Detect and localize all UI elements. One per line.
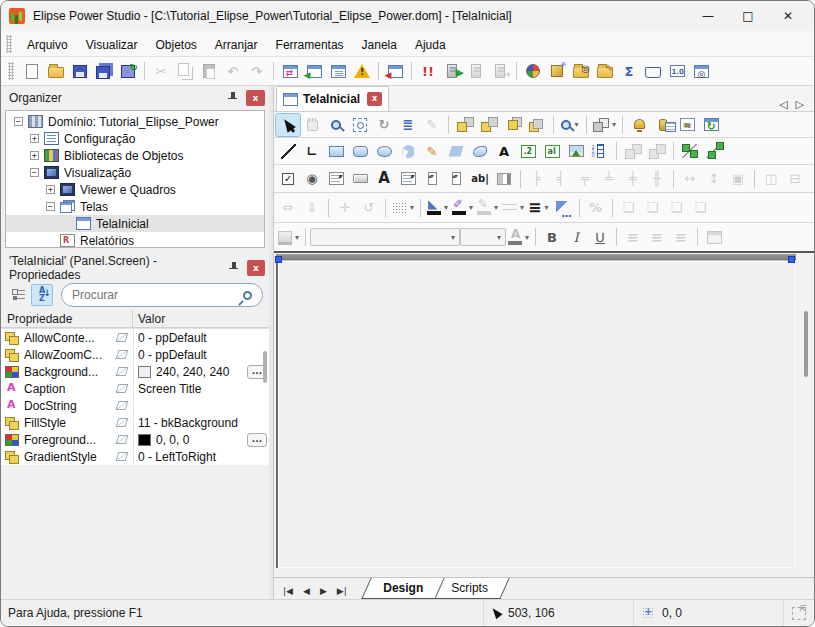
save[interactable] [68,60,92,82]
expand-icon[interactable]: + [46,185,55,194]
group-objects-dropdown-icon[interactable]: ▾ [612,120,616,129]
tree-item-bibliotecasdeobjetos[interactable]: +Bibliotecas de Objetos [6,147,264,164]
organizer-pin-icon[interactable] [224,90,242,106]
send-backward[interactable] [525,114,549,136]
menu-ajuda[interactable]: Ajuda [406,35,455,55]
insert-splitter[interactable] [492,168,516,190]
maximize-button[interactable]: □ [728,3,768,29]
send-to-back[interactable] [477,114,501,136]
previous-view-icon[interactable]: ◀ [298,584,315,598]
tab-order[interactable]: ≣ [396,114,420,136]
grid-settings-dropdown-icon[interactable]: ▾ [410,203,414,212]
canvas-vertical-scrollbar[interactable] [798,253,814,577]
fill-color-dropdown-icon[interactable]: ▾ [444,203,448,212]
search-gallery[interactable] [569,60,593,82]
property-value[interactable]: 0 - ppDefault [138,348,269,362]
property-value[interactable]: 0 - LeftToRight [138,450,269,464]
property-row-docstring[interactable]: DocString [1,397,269,414]
grid-settings[interactable]: ▾ [390,197,416,219]
draw-rounded-rectangle[interactable] [348,140,372,162]
tab-telainicial[interactable]: TelaInicial x [276,86,389,111]
draw-curve[interactable] [468,140,492,162]
insert-radio[interactable]: ◉ [300,168,324,190]
font-name-combo-dropdown-icon[interactable]: ▾ [451,233,455,242]
link-tag-icon[interactable] [116,452,129,461]
insert-spinner[interactable] [444,168,468,190]
property-row-fillstyle[interactable]: FillStyle11 - bkBackground [1,414,269,431]
column-propriedade[interactable]: Propriedade [1,310,133,327]
insert-e3chart[interactable] [675,114,699,136]
link-tag-icon[interactable] [116,384,129,393]
export-screen[interactable] [302,60,326,82]
draw-freehand[interactable]: ✎ [420,140,444,162]
expand-icon[interactable]: + [30,151,39,160]
draw-polyline[interactable]: ∟ [300,140,324,162]
collapse-icon[interactable]: − [14,117,23,126]
property-search-input[interactable] [72,288,243,302]
collapse-icon[interactable]: − [30,168,39,177]
insert-label[interactable]: A [372,168,396,190]
next-view-icon[interactable]: ▶ [315,584,332,598]
selection-handle-top-right[interactable] [788,256,795,263]
select-tool[interactable] [276,114,300,136]
save-all[interactable] [92,60,116,82]
collapse-icon[interactable]: − [46,202,55,211]
ellipsis-button[interactable]: ... [247,433,267,447]
insert-scale[interactable] [588,140,612,162]
brush-color[interactable]: ▾ [450,197,475,219]
menu-visualizar[interactable]: Visualizar [77,35,147,55]
insert-picture[interactable] [564,140,588,162]
verify-domain[interactable] [350,60,374,82]
draw-arc[interactable] [396,140,420,162]
insert-xobject[interactable] [545,60,569,82]
insert-listbox[interactable] [324,168,348,190]
insert-checkbox[interactable] [276,168,300,190]
find-objects[interactable] [689,60,713,82]
tab-scroll-right-icon[interactable]: ▷ [796,98,804,111]
first-view-icon[interactable]: |◀ [278,584,298,598]
bold[interactable]: B [540,226,564,248]
minimize-button[interactable]: — [688,3,728,29]
update-library[interactable] [116,60,140,82]
expression-editor[interactable]: Σ [617,60,641,82]
insert-updown[interactable] [420,168,444,190]
link-tag-icon[interactable] [116,367,129,376]
background-style-dropdown-icon[interactable]: ▾ [295,233,299,242]
property-value[interactable]: 0 - ppDefault [138,331,269,345]
last-view-icon[interactable]: ▶| [332,584,352,598]
tree-item-relatorios[interactable]: Relatórios [6,232,264,248]
menu-ferramentas[interactable]: Ferramentas [267,35,353,55]
link-tag-icon[interactable] [116,333,129,342]
selection-handle-top-left[interactable] [275,256,282,263]
alphabetical-sort-button[interactable]: AZ [31,284,53,306]
group-objects[interactable]: ▾ [591,114,618,136]
tree-item-telas[interactable]: −Telas [6,198,264,215]
column-valor[interactable]: Valor [133,312,165,326]
tab-design[interactable]: Design [361,578,444,599]
expand-icon[interactable]: + [30,134,39,143]
insert-connector[interactable] [678,140,702,162]
tree-item-configuracao[interactable]: +Configuração [6,130,264,147]
tree-item-telainicial[interactable]: TelaInicial [6,215,264,232]
insert-connector-multi[interactable] [702,140,726,162]
menu-janela[interactable]: Janela [353,35,406,55]
insert-combobox[interactable] [396,168,420,190]
bring-forward[interactable] [501,114,525,136]
fill-color[interactable]: ▾ [425,197,450,219]
property-value[interactable]: 11 - bkBackground [138,416,269,430]
tab-scroll-left-icon[interactable]: ◁ [779,98,787,111]
font-color-dropdown-icon[interactable]: ▾ [525,233,529,242]
close-button[interactable]: ✕ [768,3,808,29]
insert-textbox[interactable]: ab| [468,168,492,190]
link-tag-icon[interactable] [116,435,129,444]
draw-rectangle[interactable] [324,140,348,162]
screen-canvas[interactable] [276,261,796,568]
property-row-gradientstyle[interactable]: GradientStyle0 - LeftToRight [1,448,269,465]
bring-to-front[interactable] [453,114,477,136]
new-file[interactable] [20,60,44,82]
property-grid-scrollbar[interactable] [263,351,267,383]
tree-item-dominiotutorial_elipse_power[interactable]: −Domínio: Tutorial_Elipse_Power [6,113,264,130]
font-size-combo-dropdown-icon[interactable]: ▾ [497,233,501,242]
tree-item-visualizacao[interactable]: −Visualização [6,164,264,181]
zoom-level-dropdown-icon[interactable]: ▾ [574,120,578,129]
